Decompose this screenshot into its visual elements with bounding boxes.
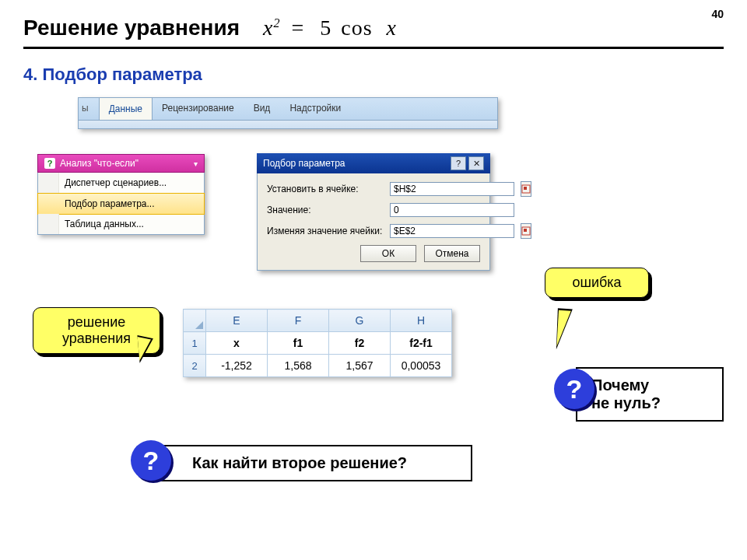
callout-tail [137,334,155,363]
menu-item-label: Подбор параметра... [65,198,154,209]
cell[interactable]: f2-f1 [391,332,452,355]
eq-var: x [263,16,273,40]
ribbon-tab-review[interactable]: Рецензирование [153,98,244,120]
input-set-cell[interactable] [390,182,514,196]
select-all-corner[interactable] [184,310,206,332]
title-row: Решение уравнения x2 = 5cos x [23,16,724,49]
menu-item-label: Таблица данных... [65,219,144,229]
callout-tail [543,304,573,350]
callout-error: ошибка [545,268,649,298]
ribbon-tab-truncated[interactable]: ы [79,98,99,120]
eq-equals: = [291,16,304,40]
equation: x2 = 5cos x [263,16,397,40]
cell[interactable]: f2 [329,332,391,355]
eq-fn: cos [341,16,372,40]
refpicker-icon[interactable] [521,181,531,197]
refpicker-icon[interactable] [521,223,531,239]
chevron-down-icon: ▾ [194,159,198,168]
dialog-title: Подбор параметра [263,158,345,169]
row-header[interactable]: 1 [184,332,206,355]
input-changing-cell[interactable] [390,224,514,238]
dialog-row-value: Значение: [267,203,480,217]
whatif-label: Анализ "что-если" [60,158,139,169]
input-value[interactable] [390,203,514,217]
whatif-icon: ? [44,158,55,169]
dialog-row-changing-cell: Изменяя значение ячейки: [267,223,480,239]
svg-rect-1 [524,187,527,190]
dialog-titlebar[interactable]: Подбор параметра ? ✕ [257,153,490,173]
dialog-close-button[interactable]: ✕ [468,156,484,170]
eq-coef: 5 [320,16,331,40]
col-header[interactable]: G [329,310,391,332]
cell[interactable]: f1 [268,332,329,355]
dialog-body: Установить в ячейке: Значение: Изменяя з… [257,173,490,271]
goal-seek-dialog: Подбор параметра ? ✕ Установить в ячейке… [257,153,490,271]
table-row: 1 x f1 f2 f2-f1 [184,332,452,355]
label-changing-cell: Изменяя значение ячейки: [267,226,384,236]
cell[interactable]: 0,00053 [391,355,452,377]
question-box-why-not-zero: Почему не нуль? [576,367,724,422]
table-row: 2 -1,252 1,568 1,567 0,00053 [184,355,452,377]
ok-button[interactable]: ОК [360,245,416,262]
menu-item-label: Диспетчер сценариев... [65,177,167,188]
cell[interactable]: 1,568 [268,355,329,377]
cell[interactable]: x [206,332,268,355]
slide-title: Решение уравнения [23,16,240,40]
question-box-second-solution: Как найти второе решение? [152,445,472,481]
ribbon-tab-addins[interactable]: Надстройки [280,98,351,120]
whatif-dropdown: ? Анализ "что-если" ▾ Диспетчер сценарие… [37,154,205,235]
menu-item-scenario-manager[interactable]: Диспетчер сценариев... [38,173,204,194]
row-header[interactable]: 2 [184,355,206,377]
eq-exp: 2 [273,16,280,30]
col-header[interactable]: F [268,310,329,332]
menu-item-goal-seek[interactable]: Подбор параметра... [37,193,205,215]
ribbon-tabs: ы Данные Рецензирование Вид Надстройки [78,97,498,121]
dialog-row-set-cell: Установить в ячейке: [267,181,480,197]
label-set-cell: Установить в ячейке: [267,184,384,194]
menu-item-data-table[interactable]: Таблица данных... [38,214,204,234]
page-number: 40 [711,8,724,20]
eq-arg: x [387,16,397,40]
whatif-header[interactable]: ? Анализ "что-если" ▾ [37,154,205,173]
cancel-button[interactable]: Отмена [424,245,480,262]
col-header[interactable]: E [206,310,268,332]
col-header[interactable]: H [391,310,452,332]
svg-rect-3 [524,229,527,232]
cell[interactable]: 1,567 [329,355,391,377]
ribbon: ы Данные Рецензирование Вид Надстройки [78,97,498,129]
cell[interactable]: -1,252 [206,355,268,377]
whatif-menu: Диспетчер сценариев... Подбор параметра.… [37,173,205,235]
label-value: Значение: [267,205,384,215]
excel-grid: E F G H 1 x f1 f2 f2-f1 2 -1,252 1,568 1… [183,309,452,377]
question-mark-icon: ? [131,440,171,481]
ribbon-tab-data[interactable]: Данные [99,97,153,120]
question-mark-icon: ? [554,369,594,409]
dialog-buttons: ОК Отмена [267,245,480,262]
section-subtitle: 4. Подбор параметра [23,65,724,85]
ribbon-tab-view[interactable]: Вид [244,98,281,120]
dialog-help-button[interactable]: ? [451,156,466,170]
ribbon-body [78,121,498,129]
